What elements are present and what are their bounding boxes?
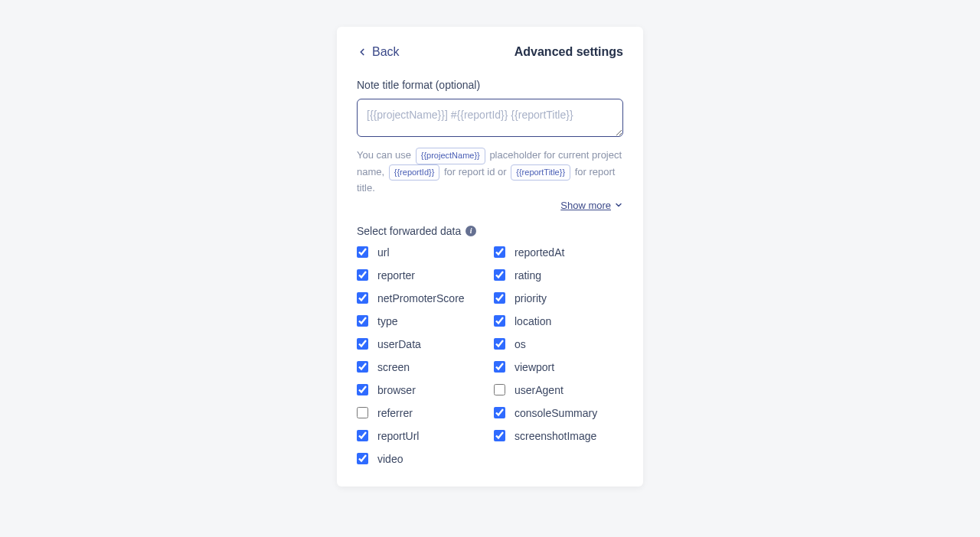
checkbox-viewport[interactable] xyxy=(494,361,505,373)
checkbox-consoleSummary[interactable] xyxy=(494,407,505,418)
checkbox-item-url: url xyxy=(357,246,486,259)
checkbox-label-reportUrl[interactable]: reportUrl xyxy=(377,430,419,442)
placeholder-chip-reportid[interactable]: {{reportId}} xyxy=(389,164,440,181)
note-title-label: Note title format (optional) xyxy=(357,79,623,91)
checkbox-video[interactable] xyxy=(357,453,368,464)
checkbox-label-userAgent[interactable]: userAgent xyxy=(514,384,564,396)
forwarded-data-label: Select forwarded data i xyxy=(357,225,623,237)
checkbox-item-video: video xyxy=(357,453,486,465)
checkbox-reportedAt[interactable] xyxy=(494,246,505,258)
checkbox-item-screen: screen xyxy=(357,361,486,373)
checkbox-item-viewport: viewport xyxy=(494,361,623,373)
checkbox-label-screenshotImage[interactable]: screenshotImage xyxy=(514,430,596,442)
checkbox-referrer[interactable] xyxy=(357,407,368,418)
checkbox-label-url[interactable]: url xyxy=(377,246,390,259)
checkbox-item-userAgent: userAgent xyxy=(494,384,623,396)
checkbox-item-priority: priority xyxy=(494,292,623,304)
checkbox-priority[interactable] xyxy=(494,292,505,304)
hint-text-prefix: You can use xyxy=(357,149,414,161)
card-header: Back Advanced settings xyxy=(357,45,623,59)
forwarded-data-label-text: Select forwarded data xyxy=(357,225,461,237)
checkbox-item-consoleSummary: consoleSummary xyxy=(494,407,623,419)
checkbox-label-netPromoterScore[interactable]: netPromoterScore xyxy=(377,292,465,304)
checkbox-reporter[interactable] xyxy=(357,269,368,281)
checkbox-item-type: type xyxy=(357,315,486,327)
checkbox-rating[interactable] xyxy=(494,269,505,281)
checkbox-label-video[interactable]: video xyxy=(377,453,403,465)
checkbox-item-userData: userData xyxy=(357,338,486,350)
note-title-field-wrap xyxy=(357,99,623,140)
checkbox-label-reportedAt[interactable]: reportedAt xyxy=(514,246,564,259)
back-button[interactable]: Back xyxy=(357,45,400,59)
checkbox-item-browser: browser xyxy=(357,384,486,396)
checkbox-item-os: os xyxy=(494,338,623,350)
note-title-hint: You can use {{projectName}} placeholder … xyxy=(357,148,623,197)
chevron-left-icon xyxy=(357,47,368,57)
checkbox-item-referrer: referrer xyxy=(357,407,486,419)
checkbox-os[interactable] xyxy=(494,338,505,350)
checkbox-type[interactable] xyxy=(357,315,368,327)
checkbox-userAgent[interactable] xyxy=(494,384,505,395)
checkbox-item-netPromoterScore: netPromoterScore xyxy=(357,292,486,304)
checkbox-label-userData[interactable]: userData xyxy=(377,338,421,350)
checkbox-item-reporter: reporter xyxy=(357,269,486,282)
hint-text-mid2: for report id or xyxy=(444,166,509,177)
checkbox-item-location: location xyxy=(494,315,623,327)
checkbox-item-rating: rating xyxy=(494,269,623,282)
checkbox-label-browser[interactable]: browser xyxy=(377,384,416,396)
checkbox-url[interactable] xyxy=(357,246,368,258)
checkbox-label-rating[interactable]: rating xyxy=(514,269,541,282)
checkbox-screenshotImage[interactable] xyxy=(494,430,505,441)
placeholder-chip-project[interactable]: {{projectName}} xyxy=(416,148,485,164)
checkbox-browser[interactable] xyxy=(357,384,368,395)
checkbox-item-screenshotImage: screenshotImage xyxy=(494,430,623,442)
note-title-input[interactable] xyxy=(357,99,623,137)
checkbox-item-reportUrl: reportUrl xyxy=(357,430,486,442)
show-more-label: Show more xyxy=(560,200,611,211)
back-label: Back xyxy=(372,45,400,59)
checkbox-screen[interactable] xyxy=(357,361,368,373)
checkbox-label-screen[interactable]: screen xyxy=(377,361,410,373)
settings-card: Back Advanced settings Note title format… xyxy=(337,27,643,487)
checkbox-item-reportedAt: reportedAt xyxy=(494,246,623,259)
checkbox-label-referrer[interactable]: referrer xyxy=(377,407,413,419)
checkbox-userData[interactable] xyxy=(357,338,368,350)
chevron-down-icon xyxy=(614,200,623,210)
checkbox-reportUrl[interactable] xyxy=(357,430,368,441)
checkbox-netPromoterScore[interactable] xyxy=(357,292,368,304)
info-icon[interactable]: i xyxy=(466,226,476,236)
checkbox-label-os[interactable]: os xyxy=(514,338,526,350)
checkbox-label-consoleSummary[interactable]: consoleSummary xyxy=(514,407,597,419)
checkbox-label-reporter[interactable]: reporter xyxy=(377,269,415,282)
page-title: Advanced settings xyxy=(514,45,623,59)
placeholder-chip-reporttitle[interactable]: {{reportTitle}} xyxy=(511,164,570,181)
show-more-row: Show more xyxy=(357,200,623,211)
checkbox-label-priority[interactable]: priority xyxy=(514,292,547,304)
checkbox-label-viewport[interactable]: viewport xyxy=(514,361,554,373)
checkbox-label-type[interactable]: type xyxy=(377,315,397,327)
checkbox-label-location[interactable]: location xyxy=(514,315,551,327)
checkbox-location[interactable] xyxy=(494,315,505,327)
show-more-link[interactable]: Show more xyxy=(560,200,623,211)
forwarded-data-grid: urlreportedAtreporterratingnetPromoterSc… xyxy=(357,246,623,465)
